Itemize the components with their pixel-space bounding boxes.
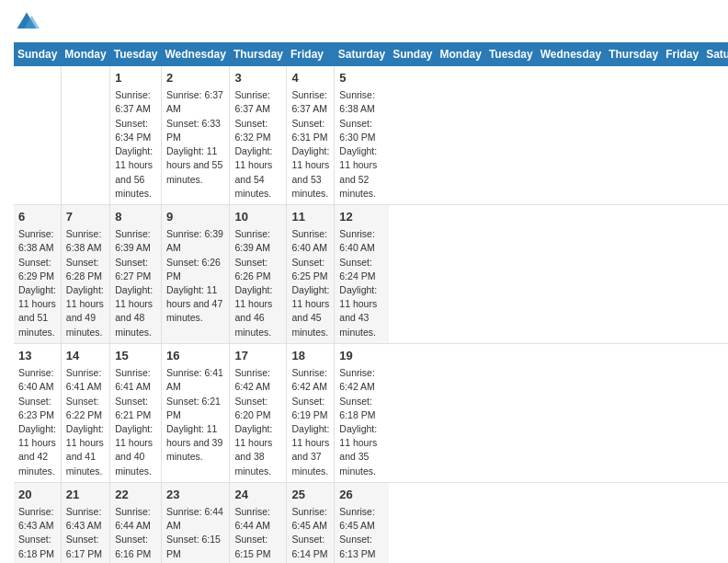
day-number: 25 [291,487,329,503]
header-wednesday: Wednesday [162,42,230,66]
day-cell: 3Sunrise: 6:37 AM Sunset: 6:32 PM Daylig… [230,66,287,204]
day-info: Sunrise: 6:42 AM Sunset: 6:19 PM Dayligh… [291,366,329,478]
day-info: Sunrise: 6:39 AM Sunset: 6:26 PM Dayligh… [166,227,224,326]
day-number: 19 [339,348,384,364]
week-row-2: 6Sunrise: 6:38 AM Sunset: 6:29 PM Daylig… [14,204,728,343]
day-cell: 26Sunrise: 6:45 AM Sunset: 6:13 PM Dayli… [335,482,389,563]
week-row-3: 13Sunrise: 6:40 AM Sunset: 6:23 PM Dayli… [14,343,728,482]
day-info: Sunrise: 6:44 AM Sunset: 6:15 PM Dayligh… [166,505,224,563]
day-number: 14 [66,348,105,364]
day-cell: 4Sunrise: 6:37 AM Sunset: 6:31 PM Daylig… [287,66,335,204]
day-cell: 17Sunrise: 6:42 AM Sunset: 6:20 PM Dayli… [230,343,287,482]
day-info: Sunrise: 6:37 AM Sunset: 6:31 PM Dayligh… [291,88,329,201]
day-cell: 16Sunrise: 6:41 AM Sunset: 6:21 PM Dayli… [162,343,230,482]
day-info: Sunrise: 6:42 AM Sunset: 6:20 PM Dayligh… [234,366,281,478]
day-cell: 22Sunrise: 6:44 AM Sunset: 6:16 PM Dayli… [110,482,162,563]
day-cell [61,66,109,204]
day-number: 4 [291,70,329,86]
day-cell: 24Sunrise: 6:44 AM Sunset: 6:15 PM Dayli… [230,482,287,563]
day-cell: 11Sunrise: 6:40 AM Sunset: 6:25 PM Dayli… [287,204,335,343]
col-header-thursday: Thursday [605,42,662,66]
day-number: 24 [234,487,281,503]
col-header-saturday: Saturday [702,42,728,66]
day-info: Sunrise: 6:40 AM Sunset: 6:25 PM Dayligh… [291,227,329,339]
col-header-monday: Monday [437,42,485,66]
day-info: Sunrise: 6:40 AM Sunset: 6:24 PM Dayligh… [339,227,384,339]
day-number: 17 [234,348,281,364]
day-info: Sunrise: 6:39 AM Sunset: 6:26 PM Dayligh… [234,227,281,339]
day-number: 18 [291,348,329,364]
day-cell: 13Sunrise: 6:40 AM Sunset: 6:23 PM Dayli… [14,343,61,482]
week-row-4: 20Sunrise: 6:43 AM Sunset: 6:18 PM Dayli… [14,482,728,563]
day-number: 23 [166,487,224,503]
day-cell: 21Sunrise: 6:43 AM Sunset: 6:17 PM Dayli… [61,482,109,563]
day-number: 8 [115,209,156,225]
header-sunday: Sunday [14,42,61,66]
day-number: 11 [291,209,329,225]
day-info: Sunrise: 6:40 AM Sunset: 6:23 PM Dayligh… [18,366,56,478]
day-info: Sunrise: 6:45 AM Sunset: 6:13 PM Dayligh… [339,505,384,563]
day-cell: 23Sunrise: 6:44 AM Sunset: 6:15 PM Dayli… [162,482,230,563]
day-info: Sunrise: 6:38 AM Sunset: 6:28 PM Dayligh… [66,227,105,339]
day-info: Sunrise: 6:43 AM Sunset: 6:17 PM Dayligh… [66,505,105,563]
day-cell: 9Sunrise: 6:39 AM Sunset: 6:26 PM Daylig… [162,204,230,343]
day-info: Sunrise: 6:37 AM Sunset: 6:32 PM Dayligh… [234,88,281,201]
header-friday: Friday [287,42,335,66]
day-number: 13 [18,348,56,364]
day-info: Sunrise: 6:44 AM Sunset: 6:15 PM Dayligh… [234,505,281,563]
day-info: Sunrise: 6:45 AM Sunset: 6:14 PM Dayligh… [291,505,329,563]
day-number: 2 [166,70,224,86]
header-saturday: Saturday [335,42,389,66]
logo-icon [14,9,40,35]
day-number: 15 [115,348,156,364]
day-info: Sunrise: 6:38 AM Sunset: 6:29 PM Dayligh… [18,227,56,339]
header-tuesday: Tuesday [110,42,162,66]
day-cell: 7Sunrise: 6:38 AM Sunset: 6:28 PM Daylig… [61,204,109,343]
day-info: Sunrise: 6:43 AM Sunset: 6:18 PM Dayligh… [18,505,56,563]
day-number: 3 [234,70,281,86]
day-info: Sunrise: 6:41 AM Sunset: 6:22 PM Dayligh… [66,366,105,478]
day-number: 5 [339,70,384,86]
day-cell: 25Sunrise: 6:45 AM Sunset: 6:14 PM Dayli… [287,482,335,563]
day-number: 21 [66,487,105,503]
day-info: Sunrise: 6:41 AM Sunset: 6:21 PM Dayligh… [166,366,224,465]
day-cell [14,66,61,204]
col-header-friday: Friday [662,42,702,66]
day-number: 16 [166,348,224,364]
day-cell: 8Sunrise: 6:39 AM Sunset: 6:27 PM Daylig… [110,204,162,343]
page-header [14,9,714,35]
day-cell: 15Sunrise: 6:41 AM Sunset: 6:21 PM Dayli… [110,343,162,482]
day-cell: 14Sunrise: 6:41 AM Sunset: 6:22 PM Dayli… [61,343,109,482]
day-cell: 2Sunrise: 6:37 AM Sunset: 6:33 PM Daylig… [162,66,230,204]
logo [14,9,43,35]
col-header-tuesday: Tuesday [485,42,537,66]
header-monday: Monday [61,42,109,66]
day-cell: 5Sunrise: 6:38 AM Sunset: 6:30 PM Daylig… [335,66,389,204]
day-number: 20 [18,487,56,503]
day-cell: 6Sunrise: 6:38 AM Sunset: 6:29 PM Daylig… [14,204,61,343]
day-cell: 18Sunrise: 6:42 AM Sunset: 6:19 PM Dayli… [287,343,335,482]
col-header-wednesday: Wednesday [537,42,605,66]
day-number: 9 [166,209,224,225]
calendar-header-row: SundayMondayTuesdayWednesdayThursdayFrid… [14,42,728,66]
day-info: Sunrise: 6:39 AM Sunset: 6:27 PM Dayligh… [115,227,156,339]
day-number: 10 [234,209,281,225]
day-number: 1 [115,70,156,86]
day-cell: 1Sunrise: 6:37 AM Sunset: 6:34 PM Daylig… [110,66,162,204]
col-header-sunday: Sunday [389,42,436,66]
day-cell: 20Sunrise: 6:43 AM Sunset: 6:18 PM Dayli… [14,482,61,563]
day-info: Sunrise: 6:41 AM Sunset: 6:21 PM Dayligh… [115,366,156,478]
day-number: 12 [339,209,384,225]
day-info: Sunrise: 6:37 AM Sunset: 6:34 PM Dayligh… [115,88,156,201]
day-info: Sunrise: 6:42 AM Sunset: 6:18 PM Dayligh… [339,366,384,478]
day-number: 6 [18,209,56,225]
header-thursday: Thursday [230,42,287,66]
week-row-1: 1Sunrise: 6:37 AM Sunset: 6:34 PM Daylig… [14,66,728,204]
day-info: Sunrise: 6:37 AM Sunset: 6:33 PM Dayligh… [166,88,224,187]
day-cell: 10Sunrise: 6:39 AM Sunset: 6:26 PM Dayli… [230,204,287,343]
day-cell: 12Sunrise: 6:40 AM Sunset: 6:24 PM Dayli… [335,204,389,343]
day-number: 26 [339,487,384,503]
day-info: Sunrise: 6:44 AM Sunset: 6:16 PM Dayligh… [115,505,156,563]
day-number: 22 [115,487,156,503]
calendar-table: SundayMondayTuesdayWednesdayThursdayFrid… [14,42,728,563]
